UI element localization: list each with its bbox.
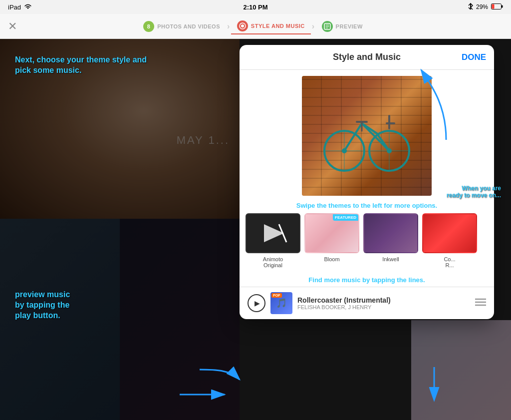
album-art: POP 🎵: [270, 292, 292, 314]
close-button[interactable]: ✕: [8, 20, 17, 33]
nav-step-style[interactable]: STYLE AND MUSIC: [231, 18, 311, 34]
theme-thumb-cont[interactable]: [422, 213, 477, 253]
nav-arrow-2: ›: [312, 22, 315, 31]
theme-bloom[interactable]: FEATURED Bloom: [304, 213, 359, 268]
song-artist: FELISHA BOOKER, J HENRY: [297, 304, 470, 310]
pop-badge: POP: [271, 293, 282, 298]
time-display: 2:10 PM: [243, 3, 267, 11]
battery-label: 29%: [476, 3, 488, 10]
status-right: 29%: [468, 3, 503, 11]
done-hint-text: When you areready to move on...: [441, 185, 501, 199]
theme-label-inkwell: Inkwell: [382, 256, 399, 262]
theme-carousel[interactable]: AnimotoOriginal FEATURED Bloom Inkwell C…: [240, 213, 494, 274]
music-preview-text: preview musicby tapping theplay button.: [15, 290, 70, 320]
step-num-photos: 8: [143, 21, 154, 32]
theme-thumb-inkwell[interactable]: [363, 213, 418, 253]
step-label-photos: PHOTOS AND VIDEOS: [157, 23, 220, 29]
nav-step-photos[interactable]: 8 PHOTOS AND VIDEOS: [137, 19, 226, 34]
status-bar: iPad 2:10 PM 29%: [0, 0, 511, 14]
theme-label-cont: Co...R...: [444, 256, 455, 268]
featured-badge: FEATURED: [333, 214, 358, 221]
music-row: ▶ POP 🎵 Rollercoaster (Instrumental) FEL…: [240, 287, 494, 319]
theme-annotation: Next, choose your theme style and pick s…: [15, 55, 165, 76]
bike-photo: [302, 76, 432, 196]
play-icon: ▶: [255, 299, 260, 307]
carrier-label: iPad: [8, 3, 21, 11]
preview-icon: [322, 21, 333, 32]
style-music-modal: Style and Music DONE: [240, 45, 494, 319]
step-label-preview: PREVIEW: [336, 23, 363, 29]
nav-bar: ✕ 8 PHOTOS AND VIDEOS › STYLE AND MUSIC …: [0, 14, 511, 39]
bike-illustration: [317, 96, 417, 176]
preview-image: [302, 76, 432, 196]
theme-thumb-animoto[interactable]: [246, 213, 300, 253]
status-left: iPad: [8, 3, 32, 11]
svg-point-4: [241, 24, 244, 27]
theme-thumb-bloom[interactable]: FEATURED: [304, 213, 359, 253]
wifi-icon: [24, 3, 32, 11]
theme-label-animoto: AnimotoOriginal: [263, 256, 283, 268]
nav-steps: 8 PHOTOS AND VIDEOS › STYLE AND MUSIC › …: [137, 18, 369, 34]
step-label-style: STYLE AND MUSIC: [251, 23, 305, 29]
svg-rect-1: [502, 5, 503, 7]
theme-label-bloom: Bloom: [324, 256, 339, 262]
theme-inkwell[interactable]: Inkwell: [363, 213, 418, 268]
swipe-hint: Swipe the themes to the left for more op…: [240, 200, 494, 213]
nav-step-preview[interactable]: PREVIEW: [316, 19, 369, 34]
song-title: Rollercoaster (Instrumental): [297, 296, 470, 304]
hamburger-menu-button[interactable]: [475, 298, 486, 309]
animoto-logo: [247, 214, 299, 252]
style-icon: [237, 20, 248, 31]
done-button[interactable]: DONE: [462, 52, 486, 62]
music-hint-text: Find more music by tapping the lines.: [240, 274, 494, 287]
play-button[interactable]: ▶: [248, 294, 265, 312]
theme-animoto-original[interactable]: AnimotoOriginal: [246, 213, 300, 268]
music-preview-annotation: preview musicby tapping theplay button.: [15, 290, 125, 321]
theme-cont[interactable]: Co...R...: [422, 213, 477, 268]
battery-icon: [491, 3, 503, 11]
preview-image-container: [240, 70, 494, 200]
nav-arrow-1: ›: [227, 22, 230, 31]
modal-header: Style and Music DONE: [240, 45, 494, 70]
modal-title: Style and Music: [333, 52, 401, 62]
bluetooth-icon: [468, 3, 473, 11]
music-info: Rollercoaster (Instrumental) FELISHA BOO…: [297, 296, 470, 310]
hamburger-icon: [475, 298, 486, 307]
svg-rect-2: [492, 4, 495, 8]
